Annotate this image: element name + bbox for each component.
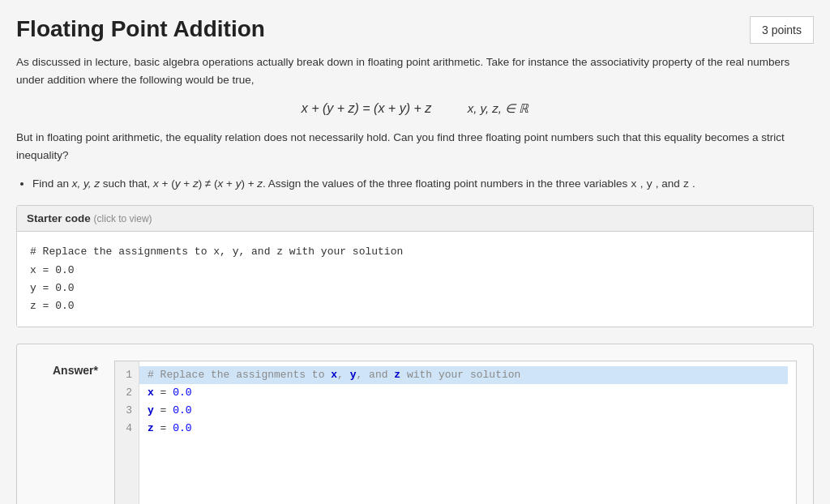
page-title: Floating Point Addition	[16, 16, 265, 42]
followup-description: But in floating point arithmetic, the eq…	[16, 129, 814, 164]
starter-line-4: z = 0.0	[30, 297, 800, 315]
points-badge: 3 points	[750, 16, 814, 44]
math-display: x + (y + z) = (x + y) + z x, y, z, ∈ ℝ	[16, 101, 814, 116]
click-hint: (click to view)	[94, 213, 152, 224]
answer-label: Answer*	[33, 361, 98, 377]
code-line-3: y = 0.0	[148, 402, 788, 420]
intro-description: As discussed in lecture, basic algebra o…	[16, 53, 814, 88]
code-content[interactable]: # Replace the assignments to x, y, and z…	[139, 361, 796, 504]
starter-code-label: Starter code	[27, 212, 91, 224]
code-editor[interactable]: 1 2 3 4 # Replace the assignments to x, …	[114, 361, 797, 504]
starter-code-header[interactable]: Starter code (click to view)	[17, 206, 813, 232]
starter-code-block: # Replace the assignments to x, y, and z…	[17, 232, 813, 326]
line-numbers: 1 2 3 4	[115, 361, 139, 504]
answer-section: Answer* 1 2 3 4 # Replace the assignment…	[16, 344, 814, 504]
starter-line-2: x = 0.0	[30, 262, 800, 280]
bullet-item: Find an x, y, z such that, x + (y + z) ≠…	[32, 175, 814, 194]
starter-line-1: # Replace the assignments to x, y, and z…	[30, 243, 800, 261]
code-line-1: # Replace the assignments to x, y, and z…	[139, 366, 788, 384]
code-line-2: x = 0.0	[148, 384, 788, 402]
code-line-4: z = 0.0	[148, 420, 788, 438]
starter-line-3: y = 0.0	[30, 280, 800, 297]
bullet-list: Find an x, y, z such that, x + (y + z) ≠…	[32, 175, 814, 194]
starter-code-section: Starter code (click to view) # Replace t…	[16, 205, 814, 327]
